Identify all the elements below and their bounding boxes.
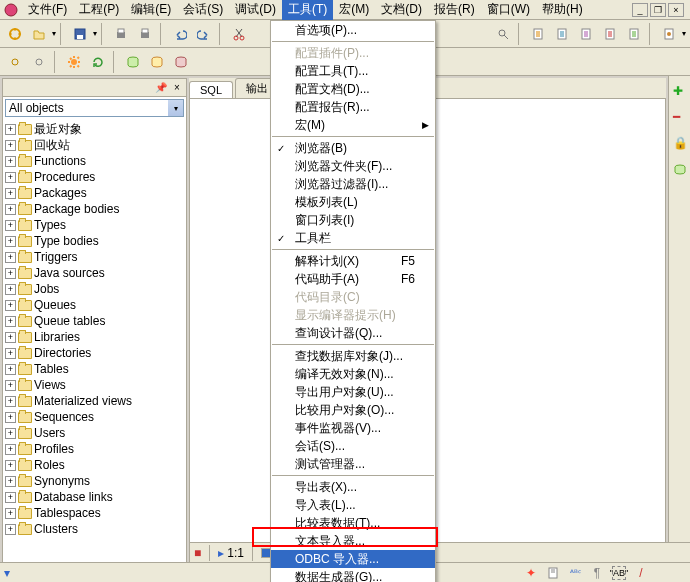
expand-icon[interactable]: + [5,124,16,135]
menu-item[interactable]: ✓浏览器(B) [271,139,435,157]
menu-debug[interactable]: 调试(D) [229,0,282,20]
restore-icon[interactable]: ❐ [650,3,666,17]
menu-window[interactable]: 窗口(W) [481,0,536,20]
plus-icon[interactable]: ✚ [673,84,687,98]
menu-item[interactable]: 比较用户对象(O)... [271,401,435,419]
menu-edit[interactable]: 编辑(E) [125,0,177,20]
tree-node[interactable]: +Packages [5,185,184,201]
expand-icon[interactable]: + [5,252,16,263]
menu-item[interactable]: 文本导入器... [271,532,435,550]
arrow-down-icon[interactable]: ▾ [4,566,10,580]
expand-icon[interactable]: + [5,300,16,311]
menu-item[interactable]: ODBC 导入器... [271,550,435,568]
expand-icon[interactable]: + [5,380,16,391]
db2-icon[interactable] [146,51,168,73]
db1-icon[interactable] [122,51,144,73]
menu-item[interactable]: 比较表数据(T)... [271,514,435,532]
ab-spell-icon[interactable]: ᴬᴮᶜ [568,566,582,580]
menu-tools[interactable]: 工具(T) [282,0,333,20]
drum-icon[interactable] [673,162,687,176]
menu-help[interactable]: 帮助(H) [536,0,589,20]
doc1-icon[interactable] [527,23,549,45]
combo-dropdown-icon[interactable]: ▾ [168,100,183,116]
tree-node[interactable]: +Jobs [5,281,184,297]
print-preview-icon[interactable] [134,23,156,45]
lock-icon[interactable]: 🔒 [673,136,687,150]
star-icon[interactable]: ✦ [524,566,538,580]
menu-session[interactable]: 会话(S) [177,0,229,20]
expand-icon[interactable]: + [5,332,16,343]
search-icon[interactable] [492,23,514,45]
tree-node[interactable]: +Profiles [5,441,184,457]
tree-node[interactable]: +Roles [5,457,184,473]
expand-icon[interactable]: + [5,316,16,327]
menu-item[interactable]: 导出用户对象(U)... [271,383,435,401]
close-icon[interactable]: × [668,3,684,17]
doc3-icon[interactable] [575,23,597,45]
tree-node[interactable]: +Users [5,425,184,441]
tree-node[interactable]: +最近对象 [5,121,184,137]
gear-icon[interactable] [63,51,85,73]
tree-node[interactable]: +Type bodies [5,233,184,249]
expand-icon[interactable]: + [5,348,16,359]
paragraph-icon[interactable]: ¶ [590,566,604,580]
tree-node[interactable]: +Views [5,377,184,393]
expand-icon[interactable]: + [5,364,16,375]
menu-item[interactable]: 测试管理器... [271,455,435,473]
tree-node[interactable]: +Functions [5,153,184,169]
expand-icon[interactable]: + [5,172,16,183]
menu-item[interactable]: 查询设计器(Q)... [271,324,435,342]
menu-report[interactable]: 报告(R) [428,0,481,20]
menu-item[interactable]: 导入表(L)... [271,496,435,514]
tree-node[interactable]: +Sequences [5,409,184,425]
tree-node[interactable]: +Tables [5,361,184,377]
expand-icon[interactable]: + [5,428,16,439]
ab-box-icon[interactable]: "AB" [612,566,626,580]
cut-icon[interactable] [228,23,250,45]
objects-combo[interactable]: All objects ▾ [5,99,184,117]
refresh-icon[interactable] [87,51,109,73]
menu-item[interactable]: 导出表(X)... [271,478,435,496]
db3-icon[interactable] [170,51,192,73]
menu-item[interactable]: 编译无效对象(N)... [271,365,435,383]
tree-node[interactable]: +Triggers [5,249,184,265]
expand-icon[interactable]: + [5,412,16,423]
tree-node[interactable]: +Materialized views [5,393,184,409]
expand-icon[interactable]: + [5,140,16,151]
tree-node[interactable]: +Directories [5,345,184,361]
expand-icon[interactable]: + [5,156,16,167]
print-icon[interactable] [110,23,132,45]
tree-node[interactable]: +Database links [5,489,184,505]
object-tree[interactable]: +最近对象+回收站+Functions+Procedures+Packages+… [3,119,186,567]
menu-document[interactable]: 文档(D) [375,0,428,20]
doc4-icon[interactable] [599,23,621,45]
menu-item[interactable]: 窗口列表(I) [271,211,435,229]
redo-icon[interactable] [193,23,215,45]
menu-item[interactable]: 模板列表(L) [271,193,435,211]
expand-icon[interactable]: + [5,524,16,535]
tree-node[interactable]: +Queue tables [5,313,184,329]
expand-icon[interactable]: + [5,444,16,455]
tree-node[interactable]: +Types [5,217,184,233]
unlink-icon[interactable] [28,51,50,73]
menu-item[interactable]: 首选项(P)... [271,21,435,39]
expand-icon[interactable]: + [5,284,16,295]
slash-icon[interactable]: / [634,566,648,580]
save-icon[interactable] [69,23,91,45]
report-icon[interactable] [658,23,680,45]
expand-icon[interactable]: + [5,204,16,215]
expand-icon[interactable]: + [5,268,16,279]
menu-item[interactable]: 配置文档(D)... [271,80,435,98]
menu-item[interactable]: 配置工具(T)... [271,62,435,80]
menu-project[interactable]: 工程(P) [73,0,125,20]
undo-icon[interactable] [169,23,191,45]
tree-node[interactable]: +Java sources [5,265,184,281]
tree-node[interactable]: +Tablespaces [5,505,184,521]
menu-item[interactable]: 宏(M)▶ [271,116,435,134]
tree-node[interactable]: +Libraries [5,329,184,345]
link-icon[interactable] [4,51,26,73]
menu-item[interactable]: 事件监视器(V)... [271,419,435,437]
menu-macro[interactable]: 宏(M) [333,0,375,20]
tree-node[interactable]: +Synonyms [5,473,184,489]
expand-icon[interactable]: + [5,508,16,519]
